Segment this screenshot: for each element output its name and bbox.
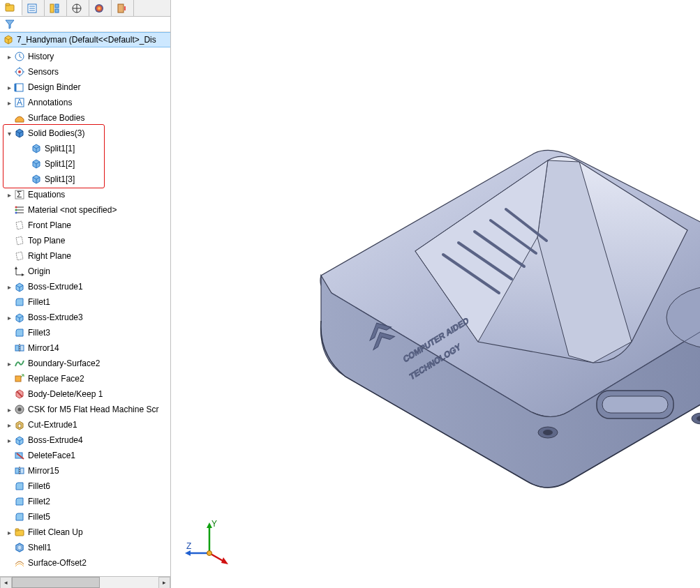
fillet-icon bbox=[14, 296, 25, 308]
filter-row[interactable] bbox=[0, 17, 170, 32]
tree-node-replace-face2[interactable]: Replace Face2 bbox=[0, 371, 170, 386]
tree-node-right-plane[interactable]: Right Plane bbox=[0, 248, 170, 264]
tree-node-origin[interactable]: Origin bbox=[0, 264, 170, 279]
svg-text:A: A bbox=[17, 98, 22, 107]
tree-node-boss-extrude3[interactable]: ▸Boss-Extrude3 bbox=[0, 310, 170, 325]
mirror-icon bbox=[14, 342, 25, 354]
expander-icon[interactable]: ▸ bbox=[4, 53, 14, 61]
annot-icon: A bbox=[14, 97, 25, 108]
tree-node-mirror14[interactable]: Mirror14 bbox=[0, 340, 170, 356]
expander-icon[interactable]: ▸ bbox=[4, 314, 14, 322]
feature-manager-tab[interactable] bbox=[0, 0, 22, 16]
expander-icon[interactable]: ▸ bbox=[4, 84, 14, 91]
display-icon bbox=[94, 3, 105, 14]
tree-label: Mirror15 bbox=[28, 466, 59, 476]
scroll-right-button[interactable]: ▸ bbox=[158, 577, 170, 589]
tree-node-fillet3[interactable]: Fillet3 bbox=[0, 325, 170, 340]
tree-node-fillet-clean-up[interactable]: ▸Fillet Clean Up bbox=[0, 525, 170, 540]
sigma-icon: Σ bbox=[14, 189, 25, 200]
tree-label: Fillet5 bbox=[28, 512, 50, 522]
extrude-icon bbox=[14, 312, 25, 323]
tree-node-mirror15[interactable]: Mirror15 bbox=[0, 463, 170, 478]
display-manager-tab[interactable] bbox=[89, 0, 112, 16]
svg-marker-60 bbox=[185, 550, 191, 556]
tree-node-split1-3-[interactable]: Split1[3] bbox=[0, 172, 170, 187]
triad-y-label: Y bbox=[211, 519, 217, 529]
horizontal-scrollbar[interactable]: ◂ ▸ bbox=[0, 576, 170, 588]
tree-node-shell1[interactable]: Shell1 bbox=[0, 540, 170, 555]
fillet-icon bbox=[14, 496, 25, 507]
tree-label: Right Plane bbox=[28, 251, 71, 261]
tree-node-body-delete-keep-1[interactable]: Body-Delete/Keep 1 bbox=[0, 386, 170, 402]
tree-node-split1-2-[interactable]: Split1[2] bbox=[0, 156, 170, 172]
tree-node-history[interactable]: ▸History bbox=[0, 49, 170, 64]
tree-node-design-binder[interactable]: ▸Design Binder bbox=[0, 80, 170, 95]
manager-tabs bbox=[0, 0, 170, 17]
tree-node-front-plane[interactable]: Front Plane bbox=[0, 218, 170, 233]
delface-icon bbox=[14, 450, 25, 461]
tree-node-csk-for-m5-flat-head-machine-scr[interactable]: ▸CSK for M5 Flat Head Machine Scr bbox=[0, 402, 170, 417]
config-manager-tab[interactable] bbox=[45, 0, 67, 16]
tree-node-surface-bodies[interactable]: Surface Bodies bbox=[0, 110, 170, 126]
tree-label: Split1[2] bbox=[45, 159, 75, 169]
tree-label: Boss-Extrude1 bbox=[28, 282, 83, 292]
expander-icon[interactable]: ▾ bbox=[4, 130, 14, 137]
tree-node-top-plane[interactable]: Top Plane bbox=[0, 233, 170, 248]
svg-rect-8 bbox=[55, 9, 59, 13]
cam-manager-tab[interactable] bbox=[112, 0, 134, 16]
dimxpert-tab[interactable] bbox=[67, 0, 89, 16]
svg-point-53 bbox=[543, 430, 553, 435]
tree-node-boss-extrude4[interactable]: ▸Boss-Extrude4 bbox=[0, 432, 170, 448]
property-manager-tab[interactable] bbox=[22, 0, 45, 16]
tree-label: Cut-Extrude1 bbox=[28, 420, 77, 430]
tree-node-split1-1-[interactable]: Split1[1] bbox=[0, 141, 170, 156]
view-triad[interactable]: Y Z bbox=[185, 518, 234, 567]
plane-icon bbox=[14, 220, 25, 231]
plane-icon bbox=[14, 235, 25, 246]
tree-node-deleteface1[interactable]: DeleteFace1 bbox=[0, 448, 170, 463]
expander-icon[interactable]: ▸ bbox=[4, 406, 14, 414]
tree-node-boundary-surface2[interactable]: ▸Boundary-Surface2 bbox=[0, 356, 170, 371]
expander-icon[interactable]: ▸ bbox=[4, 360, 14, 368]
graphics-viewport[interactable]: COMPUTER AIDED TECHNOLOGY COMPUTER Y Z bbox=[171, 0, 700, 588]
shell-icon bbox=[14, 542, 25, 553]
tree-root[interactable]: 7_Handyman (Default<<Default>_Dis ˄ bbox=[0, 32, 170, 47]
svg-rect-14 bbox=[124, 6, 126, 10]
expander-icon[interactable]: ▸ bbox=[4, 529, 14, 536]
tree-node-cut-extrude1[interactable]: ▸Cut-Extrude1 bbox=[0, 417, 170, 432]
svg-rect-44 bbox=[15, 468, 19, 474]
offset-icon bbox=[14, 557, 25, 568]
expander-icon[interactable]: ▸ bbox=[4, 437, 14, 444]
extrude-icon bbox=[14, 281, 25, 292]
tree-node-boss-extrude1[interactable]: ▸Boss-Extrude1 bbox=[0, 279, 170, 294]
svg-point-27 bbox=[15, 206, 17, 209]
tree-node-solid-bodies-3-[interactable]: ▾Solid Bodies(3) bbox=[0, 126, 170, 141]
expander-icon[interactable]: ▸ bbox=[4, 421, 14, 429]
expander-icon[interactable]: ▸ bbox=[4, 283, 14, 291]
tree-label: DeleteFace1 bbox=[28, 451, 75, 460]
tree-node-material-not-specified-[interactable]: Material <not specified> bbox=[0, 202, 170, 218]
boundary-icon bbox=[14, 358, 25, 369]
tree-node-fillet6[interactable]: Fillet6 bbox=[0, 478, 170, 494]
tree-node-fillet5[interactable]: Fillet5 bbox=[0, 509, 170, 525]
scroll-track[interactable] bbox=[12, 577, 158, 588]
root-label: 7_Handyman (Default<<Default>_Dis bbox=[17, 35, 156, 45]
tree-label: Split1[1] bbox=[45, 144, 75, 153]
tree-label: Fillet2 bbox=[28, 497, 50, 506]
tree-node-annotations[interactable]: ▸AAnnotations bbox=[0, 95, 170, 110]
svg-marker-33 bbox=[22, 273, 24, 276]
tree-node-surface-offset2[interactable]: Surface-Offset2 bbox=[0, 555, 170, 571]
svg-rect-7 bbox=[55, 4, 59, 8]
feature-tree[interactable]: ▸HistorySensors▸Design Binder▸AAnnotatio… bbox=[0, 47, 170, 576]
part-model[interactable]: COMPUTER AIDED TECHNOLOGY COMPUTER bbox=[269, 133, 700, 523]
tree-node-fillet2[interactable]: Fillet2 bbox=[0, 494, 170, 509]
svg-point-40 bbox=[18, 408, 22, 412]
expander-icon[interactable]: ▸ bbox=[4, 99, 14, 107]
tree-node-equations[interactable]: ▸ΣEquations bbox=[0, 187, 170, 202]
scroll-left-button[interactable]: ◂ bbox=[0, 577, 12, 589]
tree-node-fillet1[interactable]: Fillet1 bbox=[0, 294, 170, 310]
expander-icon[interactable]: ▸ bbox=[4, 191, 14, 199]
scroll-thumb[interactable] bbox=[12, 577, 100, 588]
tree-label: Annotations bbox=[28, 98, 72, 107]
tree-node-sensors[interactable]: Sensors bbox=[0, 64, 170, 80]
